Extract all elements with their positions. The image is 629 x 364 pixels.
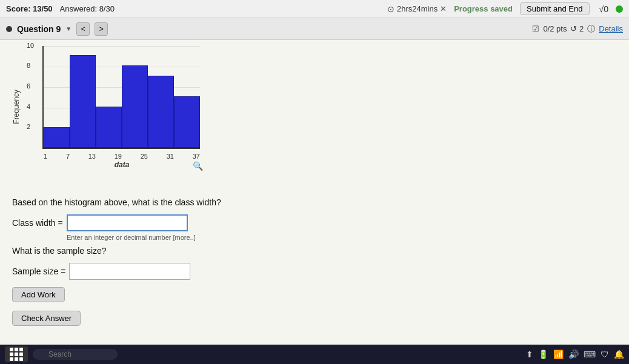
timer-area: ⊙ 2hrs24mins ✕	[387, 4, 447, 14]
green-status-dot	[616, 5, 623, 13]
class-width-row: Class width =	[12, 214, 617, 231]
pts-area: ☑ 0/2 pts ↺ 2 ⓘ Details	[532, 24, 623, 35]
bar-5	[148, 76, 174, 148]
info-icon: ⓘ	[587, 24, 595, 35]
question-text: Based on the histogram above, what is th…	[12, 197, 617, 207]
class-width-label: Class width =	[12, 218, 63, 228]
timer-close[interactable]: ✕	[440, 4, 447, 13]
x-label-1: 1	[44, 153, 47, 160]
check-answer-button[interactable]: Check Answer	[12, 311, 81, 326]
y-tick-10: 10	[27, 42, 34, 49]
sample-size-label: Sample size =	[12, 266, 65, 276]
top-bar: Score: 13/50 Answered: 8/30 ⊙ 2hrs24mins…	[0, 0, 629, 18]
pts-label: 0/2 pts	[543, 24, 567, 33]
add-work-row: Add Work	[12, 287, 617, 306]
sample-size-input[interactable]	[69, 263, 190, 280]
progress-saved: Progress saved	[454, 4, 513, 13]
taskbar-notify-icon: 🔔	[614, 349, 624, 359]
windows-grid-icon	[10, 348, 23, 361]
magnify-icon: 🔍	[193, 161, 203, 171]
question-dropdown[interactable]: ▼	[65, 25, 72, 32]
class-width-input[interactable]	[67, 214, 188, 231]
x-label-19: 19	[115, 153, 122, 160]
y-tick-8: 8	[27, 62, 30, 69]
timer-text: 2hrs24mins	[397, 4, 438, 13]
next-question-button[interactable]: >	[95, 22, 108, 36]
x-label-37: 37	[193, 153, 200, 160]
main-content: Frequency 10 8 6 4 2	[0, 40, 629, 345]
check-answer-row: Check Answer	[12, 311, 617, 329]
search-wrapper: 🔍	[33, 349, 118, 360]
submit-end-button[interactable]: Submit and End	[520, 2, 590, 15]
sample-size-text: What is the sample size?	[12, 246, 617, 256]
retry-label: ↺ 2	[570, 24, 584, 33]
start-button[interactable]	[5, 346, 28, 362]
taskbar-shield-icon: 🛡	[601, 349, 609, 359]
question-bar: Question 9 ▼ < > ☑ 0/2 pts ↺ 2 ⓘ Details	[0, 18, 629, 40]
y-axis-label: Frequency	[12, 90, 21, 124]
bar-4	[122, 65, 148, 148]
taskbar-lang-icon: ⌨	[584, 349, 596, 359]
sample-size-row: Sample size =	[12, 263, 617, 280]
taskbar-wifi-icon: 📶	[553, 349, 564, 359]
x-label-31: 31	[167, 153, 174, 160]
answered-label: Answered: 8/30	[60, 4, 115, 13]
bar-2	[70, 55, 96, 148]
taskbar-search-input[interactable]	[33, 349, 118, 360]
bar-3	[96, 107, 122, 148]
bar-1	[44, 127, 70, 148]
chart-area: 10 8 6 4 2	[24, 46, 206, 167]
bars-wrapper	[44, 46, 200, 148]
taskbar-upload-icon: ⬆	[526, 349, 533, 359]
chart-inner: 10 8 6 4 2	[42, 46, 200, 149]
x-labels: 1 7 13 19 25 31 37	[44, 153, 200, 160]
sqrt-icon: √0	[599, 4, 608, 14]
class-width-hint: Enter an integer or decimal number [more…	[13, 234, 617, 241]
taskbar-volume-icon: 🔊	[568, 349, 579, 359]
x-label-25: 25	[141, 153, 148, 160]
question-label: Question 9	[17, 24, 61, 34]
checkbox-icon: ☑	[532, 24, 539, 33]
clock-icon: ⊙	[387, 4, 394, 14]
x-label-13: 13	[88, 153, 96, 160]
y-tick-6: 6	[27, 83, 30, 90]
x-label-7: 7	[66, 153, 70, 160]
bar-6	[174, 96, 200, 148]
y-tick-2: 2	[27, 124, 30, 130]
add-work-button[interactable]: Add Work	[12, 287, 65, 302]
y-tick-4: 4	[27, 104, 30, 110]
taskbar-battery-icon: 🔋	[538, 349, 548, 359]
details-link[interactable]: Details	[599, 24, 623, 33]
taskbar: 🔍 ⬆ 🔋 📶 🔊 ⌨ 🛡 🔔	[0, 345, 629, 364]
taskbar-right: ⬆ 🔋 📶 🔊 ⌨ 🛡 🔔	[526, 349, 624, 359]
chart-container: Frequency 10 8 6 4 2	[12, 46, 617, 167]
prev-question-button[interactable]: <	[76, 22, 90, 36]
question-dot	[6, 26, 12, 32]
x-axis-label: data	[115, 160, 130, 169]
score-label: Score: 13/50	[6, 4, 53, 13]
